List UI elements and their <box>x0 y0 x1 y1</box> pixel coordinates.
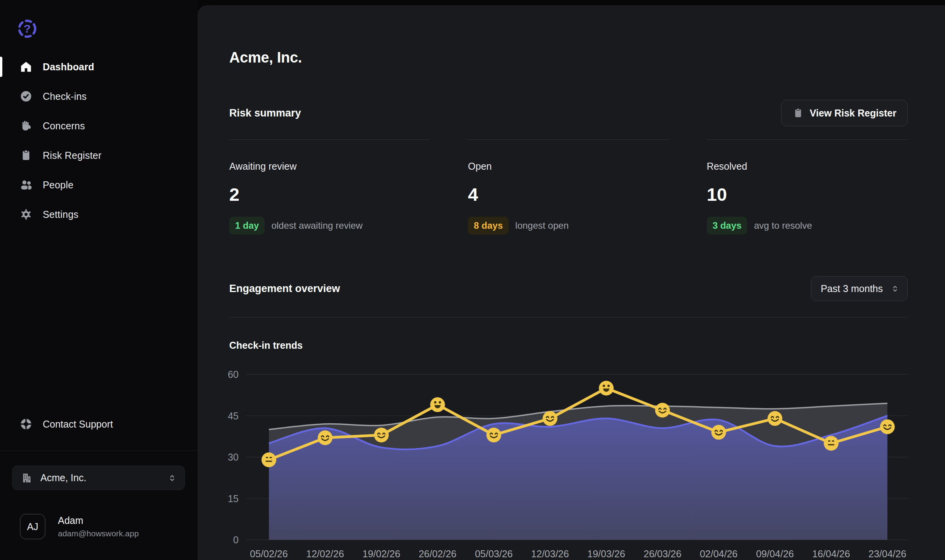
stat-label: Resolved <box>707 161 908 172</box>
contact-support-label: Contact Support <box>43 419 113 430</box>
engagement-header: Engagement overview Past 3 months <box>229 274 908 303</box>
check-circle-icon <box>19 90 33 103</box>
home-icon <box>19 60 33 73</box>
svg-text:12/02/26: 12/02/26 <box>306 548 344 559</box>
user-name: Adam <box>58 515 139 526</box>
svg-text:05/02/26: 05/02/26 <box>250 548 288 559</box>
checkin-trends-chart: 01530456005/02/2612/02/2619/02/2626/02/2… <box>198 362 945 560</box>
svg-text:19/03/26: 19/03/26 <box>588 548 625 559</box>
status-badge: 8 days <box>468 217 509 235</box>
stat-caption: longest open <box>515 220 568 231</box>
chevron-up-down-icon <box>891 284 900 293</box>
stat-badge-row: 8 days longest open <box>468 217 669 235</box>
svg-text:26/03/26: 26/03/26 <box>643 548 681 559</box>
svg-text:16/04/26: 16/04/26 <box>812 548 850 559</box>
sidebar-item-risk-register[interactable]: Risk Register <box>0 143 198 167</box>
sidebar-item-dashboard[interactable]: Dashboard <box>0 55 198 79</box>
user-email: adam@howswork.app <box>58 529 139 538</box>
engagement-divider <box>229 317 908 318</box>
svg-text:02/04/26: 02/04/26 <box>700 548 738 559</box>
lifebuoy-icon <box>19 417 33 431</box>
svg-text:26/02/26: 26/02/26 <box>418 548 456 559</box>
view-risk-register-label: View Risk Register <box>810 108 896 119</box>
svg-text:12/03/26: 12/03/26 <box>531 548 569 559</box>
status-badge: 1 day <box>229 217 265 235</box>
sidebar-item-check-ins[interactable]: Check-ins <box>0 84 198 108</box>
risk-summary-header: Risk summary View Risk Register <box>229 99 908 127</box>
stat-caption: oldest awaiting review <box>271 220 363 231</box>
stat-column-resolved: Resolved 10 3 days avg to resolve <box>707 139 908 235</box>
svg-text:23/04/26: 23/04/26 <box>868 548 906 559</box>
main-panel: Acme, Inc. Risk summary View Risk Regist… <box>198 5 945 560</box>
svg-text:15: 15 <box>228 493 239 504</box>
view-risk-register-button[interactable]: View Risk Register <box>781 100 908 126</box>
clipboard-icon <box>792 107 804 119</box>
org-selector[interactable]: Acme, Inc. <box>12 466 185 490</box>
stat-label: Open <box>468 161 669 172</box>
stat-value: 2 <box>229 184 430 205</box>
svg-text:0: 0 <box>233 534 239 545</box>
stat-label: Awaiting review <box>229 161 430 172</box>
org-selector-value: Acme, Inc. <box>40 472 167 483</box>
stat-column-awaiting-review: Awaiting review 2 1 day oldest awaiting … <box>229 139 430 235</box>
stat-badge-row: 3 days avg to resolve <box>707 217 908 235</box>
status-badge: 3 days <box>707 217 748 235</box>
svg-text:?: ? <box>24 22 31 35</box>
sidebar-item-label: Concerns <box>43 120 85 132</box>
stat-value: 4 <box>468 184 669 205</box>
clipboard-icon <box>19 149 33 162</box>
svg-text:30: 30 <box>228 452 239 463</box>
stat-caption: avg to resolve <box>754 220 812 231</box>
stat-value: 10 <box>707 184 908 205</box>
sidebar-item-label: People <box>43 179 73 191</box>
gear-icon <box>19 208 33 221</box>
user-profile[interactable]: AJ Adam adam@howswork.app <box>20 514 183 539</box>
chart-title: Check-in trends <box>229 340 303 351</box>
risk-summary-heading: Risk summary <box>229 107 301 119</box>
user-meta: Adam adam@howswork.app <box>58 515 139 538</box>
stat-badge-row: 1 day oldest awaiting review <box>229 217 430 235</box>
svg-text:19/02/26: 19/02/26 <box>363 548 400 559</box>
svg-text:09/04/26: 09/04/26 <box>756 548 794 559</box>
sidebar-item-people[interactable]: People <box>0 173 198 197</box>
time-range-select[interactable]: Past 3 months <box>811 276 908 301</box>
time-range-value: Past 3 months <box>821 283 883 294</box>
sidebar-item-concerns[interactable]: Concerns <box>0 114 198 138</box>
hand-icon <box>19 119 33 132</box>
sidebar: ? Dashboard Check-ins <box>0 0 198 560</box>
sidebar-item-label: Settings <box>43 209 78 220</box>
building-icon <box>21 472 33 484</box>
svg-text:60: 60 <box>228 369 239 380</box>
page-title: Acme, Inc. <box>229 49 302 66</box>
engagement-heading: Engagement overview <box>229 283 340 295</box>
chevron-up-down-icon <box>167 473 177 483</box>
avatar: AJ <box>20 514 45 539</box>
people-icon <box>19 178 33 191</box>
sidebar-divider <box>0 450 198 451</box>
stat-column-open: Open 4 8 days longest open <box>468 139 669 235</box>
svg-text:05/03/26: 05/03/26 <box>475 548 513 559</box>
sidebar-item-label: Dashboard <box>43 61 94 73</box>
sidebar-item-label: Risk Register <box>43 150 101 161</box>
svg-text:45: 45 <box>228 410 239 421</box>
sidebar-nav: Dashboard Check-ins Concerns <box>0 55 198 232</box>
sidebar-item-label: Check-ins <box>43 91 87 102</box>
logo-icon: ? <box>16 18 38 40</box>
sidebar-item-settings[interactable]: Settings <box>0 202 198 226</box>
sidebar-item-contact-support[interactable]: Contact Support <box>0 412 198 436</box>
risk-stats: Awaiting review 2 1 day oldest awaiting … <box>229 139 908 235</box>
